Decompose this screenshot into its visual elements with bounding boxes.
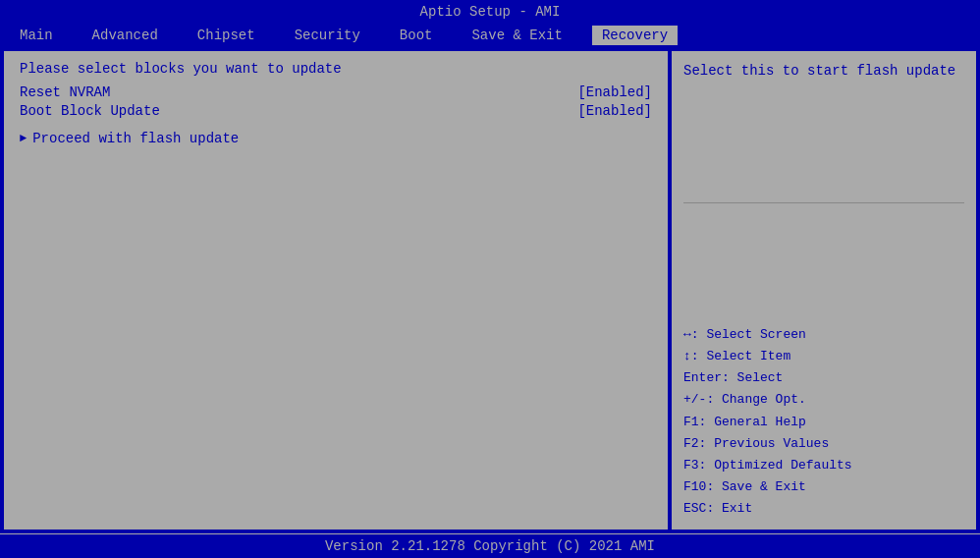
- shortcut-f2: F2: Previous Values: [683, 433, 964, 455]
- shortcut-f10: F10: Save & Exit: [683, 476, 964, 498]
- menu-item-save-exit[interactable]: Save & Exit: [462, 26, 572, 45]
- app-title: Aptio Setup - AMI: [420, 4, 561, 20]
- shortcut-select-screen: ↔: Select Screen: [683, 324, 964, 346]
- main-panel: Please select blocks you want to update …: [4, 51, 668, 530]
- section-title: Please select blocks you want to update: [20, 61, 652, 77]
- reset-nvram-row[interactable]: Reset NVRAM [Enabled]: [20, 84, 652, 100]
- help-text: Select this to start flash update: [683, 61, 964, 82]
- proceed-row[interactable]: ► Proceed with flash update: [20, 131, 652, 146]
- footer: Version 2.21.1278 Copyright (C) 2021 AMI: [0, 533, 980, 558]
- triangle-icon: ►: [20, 132, 27, 145]
- boot-block-label: Boot Block Update: [20, 103, 160, 119]
- menu-item-boot[interactable]: Boot: [390, 26, 443, 45]
- shortcut-f3: F3: Optimized Defaults: [683, 455, 964, 476]
- menu-item-main[interactable]: Main: [10, 26, 63, 45]
- shortcuts: ↔: Select Screen ↕: Select Item Enter: S…: [683, 324, 964, 520]
- menu-item-security[interactable]: Security: [285, 26, 370, 45]
- side-divider: [683, 202, 964, 203]
- boot-block-row[interactable]: Boot Block Update [Enabled]: [20, 103, 652, 119]
- menu-item-recovery[interactable]: Recovery: [592, 26, 678, 45]
- menu-bar: Main Advanced Chipset Security Boot Save…: [0, 24, 980, 47]
- proceed-label: Proceed with flash update: [32, 131, 239, 146]
- shortcut-enter: Enter: Select: [683, 367, 964, 389]
- shortcut-change-opt: +/-: Change Opt.: [683, 389, 964, 411]
- footer-text: Version 2.21.1278 Copyright (C) 2021 AMI: [325, 538, 655, 554]
- bios-screen: Aptio Setup - AMI Main Advanced Chipset …: [0, 0, 980, 558]
- reset-nvram-label: Reset NVRAM: [20, 84, 110, 100]
- content-area: Please select blocks you want to update …: [0, 51, 980, 530]
- boot-block-value: [Enabled]: [577, 103, 652, 119]
- menu-item-chipset[interactable]: Chipset: [188, 26, 265, 45]
- side-panel: Select this to start flash update ↔: Sel…: [672, 51, 976, 530]
- reset-nvram-value: [Enabled]: [577, 84, 652, 100]
- shortcut-select-item: ↕: Select Item: [683, 346, 964, 367]
- title-bar: Aptio Setup - AMI: [0, 0, 980, 24]
- shortcut-f1: F1: General Help: [683, 412, 964, 433]
- menu-item-advanced[interactable]: Advanced: [82, 26, 168, 45]
- shortcut-esc: ESC: Exit: [683, 498, 964, 520]
